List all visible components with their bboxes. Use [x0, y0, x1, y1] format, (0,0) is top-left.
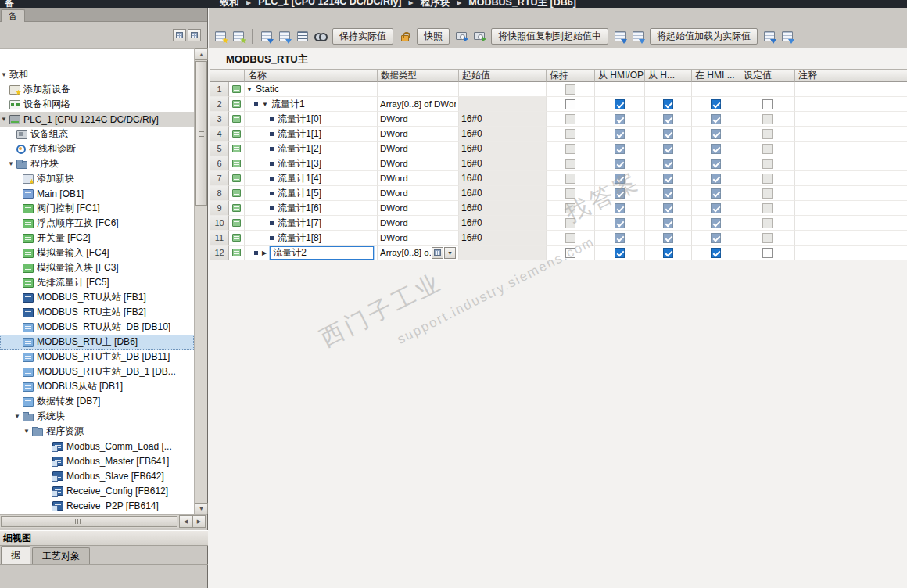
keep-actual-values-button[interactable]: 保持实际值 [332, 28, 393, 45]
tree-item[interactable]: 数据转发 [DB7] [0, 394, 194, 409]
tree-item[interactable]: 添加新设备 [0, 82, 194, 97]
scroll-left-icon[interactable]: ◀ [179, 515, 192, 528]
start-value-cell[interactable] [459, 97, 547, 112]
start-value-cell[interactable]: 16#0 [459, 186, 547, 201]
data-type-cell[interactable] [378, 82, 459, 97]
row-number[interactable]: 5 [210, 142, 229, 156]
insert-row-icon[interactable] [213, 28, 228, 44]
comment-cell[interactable] [795, 112, 907, 127]
start-value-cell[interactable] [459, 82, 547, 97]
from-hmi-opc-checkbox[interactable] [615, 99, 625, 109]
row-number[interactable]: 7 [210, 171, 229, 186]
data-type-cell[interactable]: Array[0..8] o...▼ [378, 246, 459, 260]
scroll-down-icon[interactable]: ▼ [195, 503, 208, 514]
row-number[interactable]: 4 [210, 127, 229, 142]
breadcrumb-item[interactable]: MODBUS_RTU主 [DB6] [468, 0, 576, 8]
from-hmi-opc-checkbox[interactable] [615, 248, 625, 258]
breadcrumb-item[interactable]: 程序块 [421, 0, 450, 8]
tree-item[interactable]: Modbus_Comm_Load [... [0, 439, 194, 454]
column-header-setpoint[interactable]: 设定值 [740, 70, 795, 82]
tree-item[interactable]: MODBUS_RTU从站_DB [DB10] [0, 320, 194, 335]
column-header-data-type[interactable]: 数据类型 [378, 70, 459, 82]
comment-cell[interactable] [795, 142, 907, 156]
tree-item[interactable]: 在线和诊断 [0, 142, 194, 156]
scroll-right-icon[interactable]: ▶ [192, 515, 206, 528]
comment-cell[interactable] [795, 216, 907, 231]
tree-item[interactable]: 先排流量计 [FC5] [0, 275, 194, 290]
snapshot-copy-icon[interactable] [454, 28, 469, 44]
name-edit-input[interactable]: 流量计2 [270, 246, 374, 260]
comment-cell[interactable] [795, 186, 907, 201]
expander-icon[interactable]: ▼ [246, 86, 253, 93]
snapshot-load-icon[interactable] [471, 28, 487, 44]
column-header-retain[interactable]: 保持 [547, 70, 595, 82]
load-start-values-as-actual-button[interactable]: 将起始值加载为实际值 [650, 28, 758, 45]
start-value-cell[interactable] [459, 246, 547, 260]
name-cell[interactable]: 流量计1[6] [245, 201, 378, 216]
data-type-cell[interactable]: DWord [378, 231, 459, 246]
detail-view-tab[interactable]: 工艺对象 [32, 547, 90, 564]
tree-item[interactable]: 设备和网络 [0, 97, 194, 112]
name-cell[interactable]: ▼流量计1 [245, 97, 378, 112]
from-h-checkbox[interactable] [663, 99, 673, 109]
comment-cell[interactable] [795, 246, 907, 260]
expander-icon[interactable]: ▼ [14, 413, 23, 420]
expander-icon[interactable]: ▶ [262, 249, 267, 256]
expander-icon[interactable]: ▼ [1, 71, 9, 78]
row-number[interactable]: 12 [210, 246, 229, 260]
setpoint-checkbox[interactable] [762, 248, 773, 258]
in-hmi-checkbox[interactable] [711, 248, 721, 258]
data-type-cell[interactable]: DWord [378, 201, 459, 216]
start-value-cell[interactable]: 16#0 [459, 112, 547, 127]
name-cell[interactable]: 流量计1[3] [245, 156, 378, 171]
data-type-cell[interactable]: DWord [378, 156, 459, 171]
start-value-cell[interactable]: 16#0 [459, 201, 547, 216]
expander-icon[interactable]: ▼ [262, 101, 268, 108]
data-type-cell[interactable]: DWord [378, 171, 459, 186]
row-number[interactable]: 9 [210, 201, 229, 216]
monitor-all-icon[interactable] [313, 28, 328, 44]
name-cell[interactable]: 流量计1[4] [245, 171, 378, 186]
data-type-cell[interactable]: DWord [378, 186, 459, 201]
tree-item[interactable]: 模拟量输入 [FC4] [0, 246, 194, 260]
reinitialize-icon[interactable] [259, 28, 274, 44]
tree-item[interactable]: 浮点顺序互换 [FC6] [0, 216, 194, 231]
freeze-icon[interactable] [397, 28, 413, 44]
row-number[interactable]: 6 [210, 156, 229, 171]
tree-item[interactable]: Receive_Config [FB612] [0, 483, 194, 498]
load-start-values-icon[interactable] [762, 28, 777, 44]
type-dropdown-button[interactable]: ▼ [444, 247, 456, 259]
column-header-comment[interactable]: 注释 [795, 70, 907, 82]
tree-vertical-scrollbar[interactable]: ▲ ▼ [194, 48, 207, 514]
start-value-cell[interactable]: 16#0 [459, 156, 547, 171]
comment-cell[interactable] [795, 201, 907, 216]
load-start-values-all-icon[interactable] [780, 28, 795, 44]
scrollbar-thumb[interactable] [195, 61, 207, 206]
start-value-cell[interactable]: 16#0 [459, 231, 547, 246]
data-type-cell[interactable]: Array[0..8] of DWord [378, 97, 459, 112]
row-number[interactable]: 8 [210, 186, 229, 201]
detail-view-tab[interactable]: 据 [1, 546, 30, 564]
breadcrumb-item[interactable]: 致和 [220, 0, 239, 8]
copy-snapshot-to-start-values-button[interactable]: 将快照值复制到起始值中 [491, 28, 608, 45]
name-cell[interactable]: ▼Static [245, 82, 378, 97]
start-value-cell[interactable]: 16#0 [459, 171, 547, 186]
retain-checkbox[interactable] [565, 248, 575, 258]
grid-view-icon[interactable] [173, 29, 186, 41]
tree-item[interactable]: ▼PLC_1 [CPU 1214C DC/DC/Rly] [0, 112, 194, 127]
tree-item[interactable]: 开关量 [FC2] [0, 231, 194, 246]
row-number[interactable]: 1 [210, 82, 229, 97]
tree-item[interactable]: 阀门控制 [FC1] [0, 201, 194, 216]
in-hmi-checkbox[interactable] [711, 99, 721, 109]
add-row-icon[interactable] [231, 28, 246, 44]
expand-members-icon[interactable] [295, 28, 310, 44]
expander-icon[interactable]: ▼ [23, 428, 32, 435]
row-number[interactable]: 3 [210, 112, 229, 127]
data-type-cell[interactable]: DWord [378, 112, 459, 127]
comment-cell[interactable] [795, 82, 907, 97]
retain-checkbox[interactable] [565, 99, 575, 109]
tree-item[interactable]: MODBUS_RTU从站 [FB1] [0, 290, 194, 305]
copy-start-values-icon[interactable] [612, 28, 628, 44]
column-header-from-hmi-opc[interactable]: 从 HMI/OPC... [595, 70, 645, 82]
name-cell[interactable]: ▶流量计2 [245, 246, 378, 260]
